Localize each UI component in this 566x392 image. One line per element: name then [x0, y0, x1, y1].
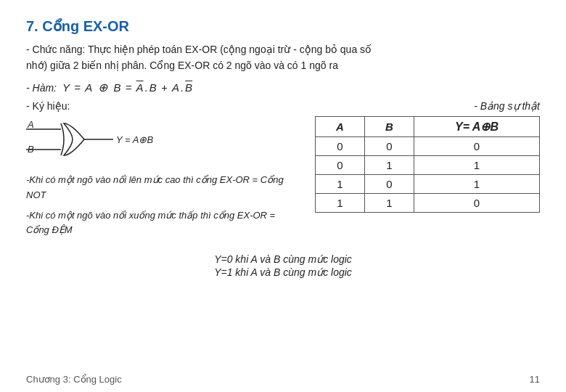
table-cell-r3c0: 1 — [316, 194, 365, 213]
table-cell-r2c0: 1 — [316, 175, 365, 194]
table-cell-r2c2: 1 — [414, 175, 540, 194]
bang-su-that-label: - Bảng sự thật — [315, 100, 540, 112]
table-row: 000 — [316, 137, 540, 156]
truth-table-body: 000011101110 — [316, 137, 540, 213]
table-cell-r1c2: 1 — [414, 156, 540, 175]
page: 7. Cổng EX-OR - Chức năng: Thực hiện phé… — [0, 0, 566, 392]
desc-line1: - Chức năng: Thực hiện phép toán EX-OR (… — [26, 44, 372, 55]
page-title: 7. Cổng EX-OR — [26, 17, 540, 35]
left-col: - Ký hiệu: A B — [26, 100, 298, 243]
ky-hieu-label: - Ký hiệu: — [26, 100, 298, 112]
main-content: - Ký hiệu: A B — [26, 100, 540, 243]
ham-formula: Y = A ⊕ B = A.B + A.B — [62, 81, 192, 94]
table-cell-r2c1: 0 — [365, 175, 414, 194]
table-cell-r3c2: 0 — [414, 194, 540, 213]
table-cell-r1c1: 1 — [365, 156, 414, 175]
footer-chapter: Chương 3: Cổng Logic — [26, 374, 122, 385]
table-row: 110 — [316, 194, 540, 213]
description: - Chức năng: Thực hiện phép toán EX-OR (… — [26, 42, 540, 73]
table-header-row: A B Y= A⊕B — [316, 117, 540, 137]
exor-gate-svg: A B Y = A⊕B — [26, 116, 186, 163]
footer-notes: Y=0 khi A và B cùng mức logic Y=1 khi A … — [26, 253, 540, 278]
table-cell-r0c2: 0 — [414, 137, 540, 156]
table-cell-r3c1: 1 — [365, 194, 414, 213]
note2: -Khi có một ngõ vào nổi xuống mức thấp t… — [26, 208, 298, 237]
desc-line2: nhớ) giữa 2 biến nhị phân. Cổng EX-OR có… — [26, 60, 338, 71]
footer-page: 11 — [530, 374, 540, 385]
gate-diagram: A B Y = A⊕B — [26, 116, 186, 163]
table-cell-r0c0: 0 — [316, 137, 365, 156]
table-cell-r0c1: 0 — [365, 137, 414, 156]
ham-label: - Hàm: — [26, 82, 57, 94]
footer-note1: Y=0 khi A và B cùng mức logic — [26, 253, 540, 265]
col-header-A: A — [316, 117, 365, 137]
footer-note2: Y=1 khi A và B cùng mức logic — [26, 266, 540, 278]
truth-table: A B Y= A⊕B 000011101110 — [315, 116, 540, 213]
ham-section: - Hàm: Y = A ⊕ B = A.B + A.B — [26, 81, 540, 94]
col-header-B: B — [365, 117, 414, 137]
table-row: 101 — [316, 175, 540, 194]
col-header-Y: Y= A⊕B — [414, 117, 540, 137]
table-cell-r1c0: 0 — [316, 156, 365, 175]
svg-text:A: A — [27, 119, 34, 130]
page-footer: Chương 3: Cổng Logic 11 — [0, 374, 566, 385]
table-row: 011 — [316, 156, 540, 175]
note1: -Khi có một ngõ vào nổi lên mức cao thì … — [26, 173, 298, 202]
svg-text:Y = A⊕B: Y = A⊕B — [116, 134, 153, 145]
right-col: - Bảng sự thật A B Y= A⊕B 000011101110 — [315, 100, 540, 243]
svg-text:B: B — [28, 144, 34, 155]
